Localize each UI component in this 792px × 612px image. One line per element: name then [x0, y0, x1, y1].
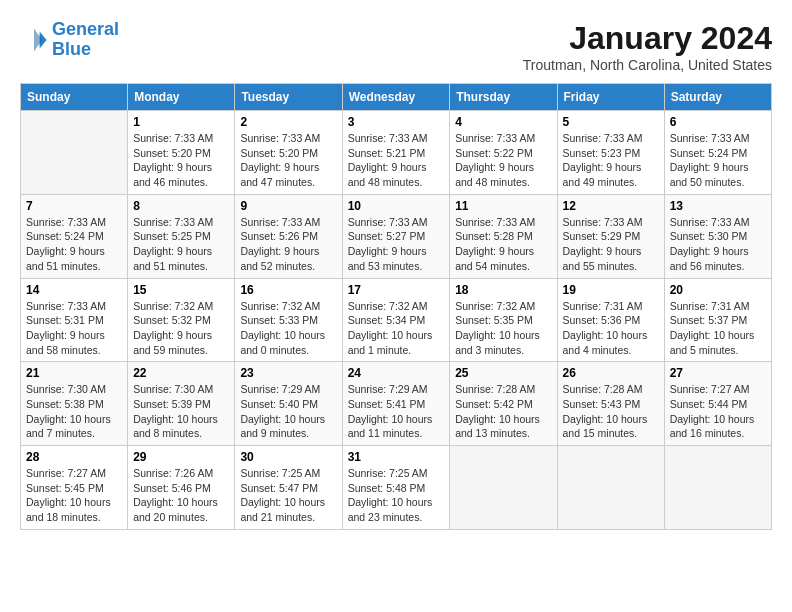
day-detail: Sunrise: 7:29 AMSunset: 5:40 PMDaylight:…	[240, 382, 336, 441]
calendar-cell: 5 Sunrise: 7:33 AMSunset: 5:23 PMDayligh…	[557, 111, 664, 195]
calendar-cell: 1 Sunrise: 7:33 AMSunset: 5:20 PMDayligh…	[128, 111, 235, 195]
day-number: 2	[240, 115, 336, 129]
calendar-cell: 9 Sunrise: 7:33 AMSunset: 5:26 PMDayligh…	[235, 194, 342, 278]
day-number: 29	[133, 450, 229, 464]
calendar-cell: 7 Sunrise: 7:33 AMSunset: 5:24 PMDayligh…	[21, 194, 128, 278]
day-number: 14	[26, 283, 122, 297]
calendar-cell: 15 Sunrise: 7:32 AMSunset: 5:32 PMDaylig…	[128, 278, 235, 362]
day-detail: Sunrise: 7:32 AMSunset: 5:33 PMDaylight:…	[240, 299, 336, 358]
day-number: 26	[563, 366, 659, 380]
calendar-week-4: 21 Sunrise: 7:30 AMSunset: 5:38 PMDaylig…	[21, 362, 772, 446]
calendar-cell	[21, 111, 128, 195]
logo-text: General Blue	[52, 20, 119, 60]
day-number: 21	[26, 366, 122, 380]
calendar-cell	[664, 446, 771, 530]
calendar-cell: 30 Sunrise: 7:25 AMSunset: 5:47 PMDaylig…	[235, 446, 342, 530]
calendar-cell: 17 Sunrise: 7:32 AMSunset: 5:34 PMDaylig…	[342, 278, 450, 362]
day-number: 17	[348, 283, 445, 297]
day-number: 24	[348, 366, 445, 380]
day-detail: Sunrise: 7:33 AMSunset: 5:23 PMDaylight:…	[563, 131, 659, 190]
day-detail: Sunrise: 7:27 AMSunset: 5:44 PMDaylight:…	[670, 382, 766, 441]
day-detail: Sunrise: 7:33 AMSunset: 5:25 PMDaylight:…	[133, 215, 229, 274]
day-number: 13	[670, 199, 766, 213]
day-number: 9	[240, 199, 336, 213]
day-detail: Sunrise: 7:31 AMSunset: 5:37 PMDaylight:…	[670, 299, 766, 358]
location: Troutman, North Carolina, United States	[523, 57, 772, 73]
day-detail: Sunrise: 7:33 AMSunset: 5:26 PMDaylight:…	[240, 215, 336, 274]
day-number: 11	[455, 199, 551, 213]
day-number: 28	[26, 450, 122, 464]
day-detail: Sunrise: 7:28 AMSunset: 5:43 PMDaylight:…	[563, 382, 659, 441]
weekday-header-friday: Friday	[557, 84, 664, 111]
day-number: 10	[348, 199, 445, 213]
calendar-cell: 14 Sunrise: 7:33 AMSunset: 5:31 PMDaylig…	[21, 278, 128, 362]
day-detail: Sunrise: 7:32 AMSunset: 5:35 PMDaylight:…	[455, 299, 551, 358]
calendar-week-2: 7 Sunrise: 7:33 AMSunset: 5:24 PMDayligh…	[21, 194, 772, 278]
weekday-header-thursday: Thursday	[450, 84, 557, 111]
day-detail: Sunrise: 7:33 AMSunset: 5:24 PMDaylight:…	[26, 215, 122, 274]
calendar-cell: 26 Sunrise: 7:28 AMSunset: 5:43 PMDaylig…	[557, 362, 664, 446]
calendar-cell: 25 Sunrise: 7:28 AMSunset: 5:42 PMDaylig…	[450, 362, 557, 446]
calendar-cell: 29 Sunrise: 7:26 AMSunset: 5:46 PMDaylig…	[128, 446, 235, 530]
day-detail: Sunrise: 7:30 AMSunset: 5:38 PMDaylight:…	[26, 382, 122, 441]
calendar-cell: 11 Sunrise: 7:33 AMSunset: 5:28 PMDaylig…	[450, 194, 557, 278]
day-number: 27	[670, 366, 766, 380]
calendar-body: 1 Sunrise: 7:33 AMSunset: 5:20 PMDayligh…	[21, 111, 772, 530]
day-number: 22	[133, 366, 229, 380]
day-detail: Sunrise: 7:33 AMSunset: 5:30 PMDaylight:…	[670, 215, 766, 274]
day-number: 5	[563, 115, 659, 129]
day-detail: Sunrise: 7:30 AMSunset: 5:39 PMDaylight:…	[133, 382, 229, 441]
day-number: 31	[348, 450, 445, 464]
weekday-header-row: SundayMondayTuesdayWednesdayThursdayFrid…	[21, 84, 772, 111]
logo-icon	[20, 26, 48, 54]
calendar-cell: 2 Sunrise: 7:33 AMSunset: 5:20 PMDayligh…	[235, 111, 342, 195]
calendar-week-3: 14 Sunrise: 7:33 AMSunset: 5:31 PMDaylig…	[21, 278, 772, 362]
day-detail: Sunrise: 7:33 AMSunset: 5:20 PMDaylight:…	[240, 131, 336, 190]
calendar-cell: 8 Sunrise: 7:33 AMSunset: 5:25 PMDayligh…	[128, 194, 235, 278]
day-detail: Sunrise: 7:27 AMSunset: 5:45 PMDaylight:…	[26, 466, 122, 525]
calendar-cell: 6 Sunrise: 7:33 AMSunset: 5:24 PMDayligh…	[664, 111, 771, 195]
page-header: General Blue January 2024 Troutman, Nort…	[20, 20, 772, 73]
day-number: 7	[26, 199, 122, 213]
title-block: January 2024 Troutman, North Carolina, U…	[523, 20, 772, 73]
calendar-cell: 12 Sunrise: 7:33 AMSunset: 5:29 PMDaylig…	[557, 194, 664, 278]
day-number: 6	[670, 115, 766, 129]
day-number: 15	[133, 283, 229, 297]
weekday-header-sunday: Sunday	[21, 84, 128, 111]
svg-marker-1	[34, 29, 42, 51]
calendar-cell	[450, 446, 557, 530]
calendar-cell: 16 Sunrise: 7:32 AMSunset: 5:33 PMDaylig…	[235, 278, 342, 362]
day-detail: Sunrise: 7:32 AMSunset: 5:34 PMDaylight:…	[348, 299, 445, 358]
day-detail: Sunrise: 7:33 AMSunset: 5:22 PMDaylight:…	[455, 131, 551, 190]
day-number: 8	[133, 199, 229, 213]
day-number: 20	[670, 283, 766, 297]
day-detail: Sunrise: 7:31 AMSunset: 5:36 PMDaylight:…	[563, 299, 659, 358]
calendar-week-1: 1 Sunrise: 7:33 AMSunset: 5:20 PMDayligh…	[21, 111, 772, 195]
calendar-week-5: 28 Sunrise: 7:27 AMSunset: 5:45 PMDaylig…	[21, 446, 772, 530]
calendar-cell: 22 Sunrise: 7:30 AMSunset: 5:39 PMDaylig…	[128, 362, 235, 446]
calendar-cell: 13 Sunrise: 7:33 AMSunset: 5:30 PMDaylig…	[664, 194, 771, 278]
calendar-cell: 27 Sunrise: 7:27 AMSunset: 5:44 PMDaylig…	[664, 362, 771, 446]
day-detail: Sunrise: 7:25 AMSunset: 5:47 PMDaylight:…	[240, 466, 336, 525]
weekday-header-saturday: Saturday	[664, 84, 771, 111]
day-detail: Sunrise: 7:28 AMSunset: 5:42 PMDaylight:…	[455, 382, 551, 441]
day-detail: Sunrise: 7:25 AMSunset: 5:48 PMDaylight:…	[348, 466, 445, 525]
calendar-cell	[557, 446, 664, 530]
day-detail: Sunrise: 7:33 AMSunset: 5:20 PMDaylight:…	[133, 131, 229, 190]
day-detail: Sunrise: 7:33 AMSunset: 5:29 PMDaylight:…	[563, 215, 659, 274]
month-title: January 2024	[523, 20, 772, 57]
logo: General Blue	[20, 20, 119, 60]
calendar-cell: 23 Sunrise: 7:29 AMSunset: 5:40 PMDaylig…	[235, 362, 342, 446]
day-number: 4	[455, 115, 551, 129]
day-detail: Sunrise: 7:33 AMSunset: 5:31 PMDaylight:…	[26, 299, 122, 358]
day-number: 18	[455, 283, 551, 297]
calendar-cell: 19 Sunrise: 7:31 AMSunset: 5:36 PMDaylig…	[557, 278, 664, 362]
day-detail: Sunrise: 7:33 AMSunset: 5:27 PMDaylight:…	[348, 215, 445, 274]
logo-blue: Blue	[52, 39, 91, 59]
day-number: 1	[133, 115, 229, 129]
calendar-cell: 18 Sunrise: 7:32 AMSunset: 5:35 PMDaylig…	[450, 278, 557, 362]
weekday-header-tuesday: Tuesday	[235, 84, 342, 111]
weekday-header-wednesday: Wednesday	[342, 84, 450, 111]
calendar-cell: 31 Sunrise: 7:25 AMSunset: 5:48 PMDaylig…	[342, 446, 450, 530]
calendar-cell: 28 Sunrise: 7:27 AMSunset: 5:45 PMDaylig…	[21, 446, 128, 530]
